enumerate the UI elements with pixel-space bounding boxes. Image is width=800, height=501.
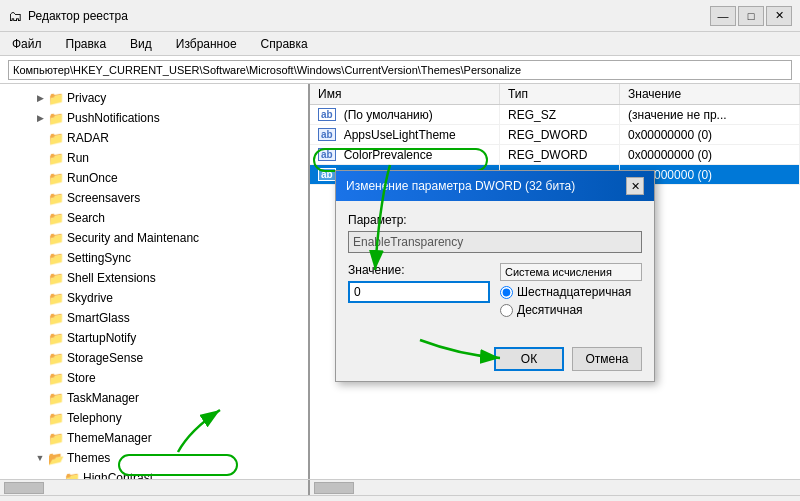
- folder-icon: 📁: [48, 131, 64, 146]
- reg-name: (По умолчанию): [344, 108, 433, 122]
- folder-icon: 📁: [48, 251, 64, 266]
- menu-edit[interactable]: Правка: [62, 35, 111, 53]
- address-bar: [0, 56, 800, 84]
- table-row[interactable]: ab AppsUseLightTheme REG_DWORD 0x0000000…: [310, 125, 800, 145]
- minimize-button[interactable]: —: [710, 6, 736, 26]
- tree-label: StartupNotify: [67, 331, 136, 345]
- tree-label: Search: [67, 211, 105, 225]
- tree-item-run[interactable]: 📁 Run: [0, 148, 308, 168]
- tree-label: ThemeManager: [67, 431, 152, 445]
- folder-icon: 📁: [48, 351, 64, 366]
- tree-item-search[interactable]: 📁 Search: [0, 208, 308, 228]
- table-row-enable-transparency[interactable]: ab EnableTransparency REG_DWORD 0x000000…: [310, 165, 800, 185]
- app-icon: 🗂: [8, 8, 22, 24]
- tree-item-skydrive[interactable]: 📁 Skydrive: [0, 288, 308, 308]
- menu-file[interactable]: Файл: [8, 35, 46, 53]
- title-bar: 🗂 Редактор реестра — □ ✕: [0, 0, 800, 32]
- folder-icon: 📁: [48, 431, 64, 446]
- tree-label: HighContrast: [83, 471, 153, 479]
- registry-table: Имя Тип Значение ab (По умолчанию) REG_S…: [310, 84, 800, 185]
- reg-dw-icon: ab: [318, 128, 336, 141]
- address-input[interactable]: [8, 60, 792, 80]
- reg-ab-icon: ab: [318, 108, 336, 121]
- folder-icon: 📁: [48, 211, 64, 226]
- reg-name: EnableTransparency: [340, 168, 450, 182]
- col-name: Имя: [310, 84, 500, 105]
- tree-label: Shell Extensions: [67, 271, 156, 285]
- tree-item-themes[interactable]: ▼ 📂 Themes: [0, 448, 308, 468]
- folder-icon: 📁: [48, 191, 64, 206]
- reg-value: 0x00000000 (0): [620, 145, 800, 165]
- folder-icon: 📁: [48, 151, 64, 166]
- maximize-button[interactable]: □: [738, 6, 764, 26]
- tree-item-smartglass[interactable]: 📁 SmartGlass: [0, 308, 308, 328]
- tree-label: RunOnce: [67, 171, 118, 185]
- tree-label: Store: [67, 371, 96, 385]
- window-title: Редактор реестра: [28, 9, 128, 23]
- tree-label: SmartGlass: [67, 311, 130, 325]
- folder-icon: 📁: [48, 271, 64, 286]
- tree-item-screensavers[interactable]: 📁 Screensavers: [0, 188, 308, 208]
- folder-icon: 📁: [48, 111, 64, 126]
- reg-type: REG_DWORD: [500, 145, 620, 165]
- tree-label: RADAR: [67, 131, 109, 145]
- reg-dw-icon: ab: [318, 168, 336, 181]
- tree-label: Skydrive: [67, 291, 113, 305]
- reg-type: REG_SZ: [500, 105, 620, 125]
- reg-value: 0x00000000 (0): [620, 165, 800, 185]
- toggle-icon: ▶: [32, 93, 48, 103]
- table-row[interactable]: ab ColorPrevalence REG_DWORD 0x00000000 …: [310, 145, 800, 165]
- tree-label: StorageSense: [67, 351, 143, 365]
- folder-icon: 📁: [48, 391, 64, 406]
- folder-icon: 📁: [48, 91, 64, 106]
- close-button[interactable]: ✕: [766, 6, 792, 26]
- tree-item-startupnotify[interactable]: 📁 StartupNotify: [0, 328, 308, 348]
- tree-item-taskmanager[interactable]: 📁 TaskManager: [0, 388, 308, 408]
- tree-label: Telephony: [67, 411, 122, 425]
- folder-icon: 📁: [64, 471, 80, 480]
- reg-type: REG_DWORD: [500, 125, 620, 145]
- tree-item-thememanager[interactable]: 📁 ThemeManager: [0, 428, 308, 448]
- tree-item-push[interactable]: ▶ 📁 PushNotifications: [0, 108, 308, 128]
- tree-item-security[interactable]: 📁 Security and Maintenanc: [0, 228, 308, 248]
- folder-icon: 📁: [48, 291, 64, 306]
- right-pane: Имя Тип Значение ab (По умолчанию) REG_S…: [310, 84, 800, 479]
- reg-value: 0x00000000 (0): [620, 125, 800, 145]
- reg-type: REG_DWORD: [500, 165, 620, 185]
- tree-label: Themes: [67, 451, 110, 465]
- tree-label: PushNotifications: [67, 111, 160, 125]
- tree-item-highcontrast[interactable]: 📁 HighContrast: [0, 468, 308, 479]
- tree-label: SettingSync: [67, 251, 131, 265]
- tree-pane: ▶ 📁 Privacy ▶ 📁 PushNotifications 📁 RADA…: [0, 84, 310, 479]
- table-row[interactable]: ab (По умолчанию) REG_SZ (значение не пр…: [310, 105, 800, 125]
- tree-label: Run: [67, 151, 89, 165]
- reg-name: ColorPrevalence: [344, 148, 433, 162]
- tree-item-settingsync[interactable]: 📁 SettingSync: [0, 248, 308, 268]
- toggle-icon: ▶: [32, 113, 48, 123]
- menu-view[interactable]: Вид: [126, 35, 156, 53]
- reg-value: (значение не пр...: [620, 105, 800, 125]
- tree-item-telephony[interactable]: 📁 Telephony: [0, 408, 308, 428]
- col-value: Значение: [620, 84, 800, 105]
- tree-item-runonce[interactable]: 📁 RunOnce: [0, 168, 308, 188]
- tree-label: Privacy: [67, 91, 106, 105]
- reg-name: AppsUseLightTheme: [344, 128, 456, 142]
- menu-help[interactable]: Справка: [257, 35, 312, 53]
- status-bar: Компьютер\HKEY_CURRENT_USER\Software\Mic…: [0, 495, 800, 501]
- menu-favorites[interactable]: Избранное: [172, 35, 241, 53]
- tree-item-storagesense[interactable]: 📁 StorageSense: [0, 348, 308, 368]
- folder-icon: 📁: [48, 371, 64, 386]
- folder-icon: 📂: [48, 451, 64, 466]
- tree-item-store[interactable]: 📁 Store: [0, 368, 308, 388]
- reg-dw-icon: ab: [318, 148, 336, 161]
- folder-icon: 📁: [48, 311, 64, 326]
- folder-icon: 📁: [48, 231, 64, 246]
- tree-label: Security and Maintenanc: [67, 231, 199, 245]
- folder-icon: 📁: [48, 331, 64, 346]
- tree-item-shellext[interactable]: 📁 Shell Extensions: [0, 268, 308, 288]
- tree-item-privacy[interactable]: ▶ 📁 Privacy: [0, 88, 308, 108]
- tree-label: TaskManager: [67, 391, 139, 405]
- folder-icon: 📁: [48, 411, 64, 426]
- tree-label: Screensavers: [67, 191, 140, 205]
- tree-item-radar[interactable]: 📁 RADAR: [0, 128, 308, 148]
